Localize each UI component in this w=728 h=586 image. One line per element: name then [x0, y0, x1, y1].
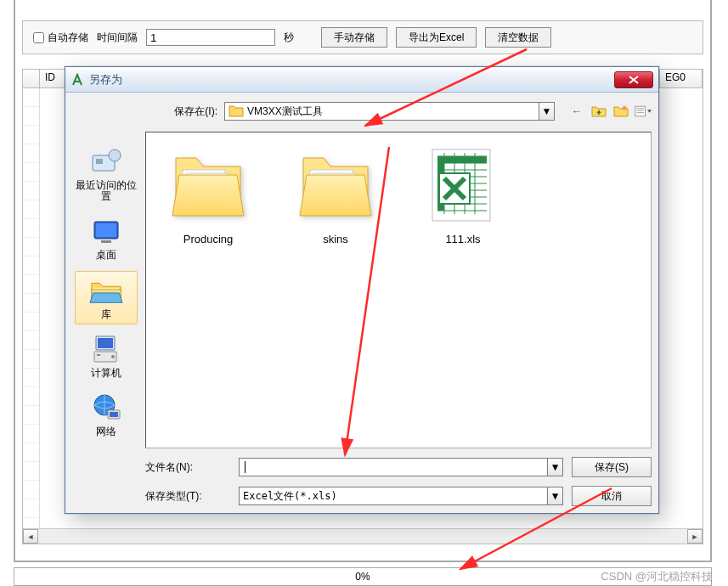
- auto-save-checkbox[interactable]: [33, 32, 44, 43]
- auto-save-label: 自动存储: [48, 31, 88, 45]
- location-dropdown-button[interactable]: ▼: [539, 103, 554, 120]
- filetype-select[interactable]: Excel文件(*.xls) ▼: [239, 487, 563, 505]
- sidebar-item-desktop[interactable]: 桌面: [75, 211, 138, 265]
- watermark: CSDN @河北稳控科技: [601, 569, 713, 584]
- sidebar-item-label: 库: [101, 309, 111, 320]
- progress-text: 0%: [355, 571, 370, 583]
- grid-row-headers: [23, 88, 40, 528]
- folder-up-icon[interactable]: [590, 103, 607, 120]
- scroll-track[interactable]: [38, 529, 687, 544]
- filetype-text: Excel文件(*.xls): [243, 489, 337, 504]
- new-folder-icon[interactable]: [612, 103, 629, 120]
- sidebar-item-network[interactable]: 网络: [75, 388, 138, 442]
- excel-file-icon: [422, 144, 504, 226]
- view-menu-icon[interactable]: [635, 103, 652, 120]
- dialog-body: 最近访问的位置 桌面 库 计算机: [65, 93, 658, 513]
- svg-rect-17: [635, 106, 646, 116]
- save-in-row: 保存在(I): VM3XX测试工具 ▼ ←: [145, 99, 652, 123]
- svg-rect-4: [96, 223, 116, 237]
- filetype-dropdown-button[interactable]: ▼: [547, 487, 562, 504]
- clear-data-button[interactable]: 清空数据: [485, 27, 551, 48]
- location-select[interactable]: VM3XX测试工具 ▼: [224, 102, 555, 121]
- close-button[interactable]: [614, 71, 653, 88]
- sidebar-item-recent[interactable]: 最近访问的位置: [75, 142, 138, 206]
- text-cursor: [245, 461, 245, 473]
- interval-unit: 秒: [284, 31, 294, 45]
- close-icon: [629, 76, 639, 84]
- filename-input[interactable]: ▼: [239, 458, 563, 476]
- manual-save-button[interactable]: 手动存储: [321, 27, 387, 48]
- file-item-label: skins: [323, 233, 348, 245]
- dialog-app-icon: [71, 73, 84, 87]
- folder-large-icon: [295, 144, 376, 226]
- sidebar-item-library[interactable]: 库: [75, 271, 138, 324]
- svg-rect-15: [110, 412, 118, 417]
- save-in-label: 保存在(I):: [145, 104, 217, 119]
- chevron-down-icon: ▼: [552, 461, 558, 473]
- file-item-folder[interactable]: skins: [289, 144, 382, 245]
- nav-icons: ←: [568, 103, 652, 120]
- filename-dropdown-button[interactable]: ▼: [547, 459, 562, 476]
- dialog-titlebar[interactable]: 另存为: [65, 67, 658, 93]
- scroll-right-icon[interactable]: ►: [687, 529, 703, 544]
- sidebar-item-label: 桌面: [96, 250, 116, 261]
- file-item-excel[interactable]: 111.xls: [416, 144, 510, 245]
- cancel-button[interactable]: 取消: [572, 486, 652, 506]
- grid-horizontal-scrollbar[interactable]: ◄ ►: [23, 528, 703, 544]
- svg-rect-9: [98, 338, 113, 348]
- nav-back-icon[interactable]: ←: [568, 103, 585, 120]
- computer-icon: [88, 334, 124, 366]
- filename-label: 文件名(N):: [145, 460, 230, 475]
- save-as-dialog: 另存为 最近访问的位置 桌面 库: [65, 66, 659, 514]
- sidebar-item-label: 最近访问的位置: [76, 180, 137, 202]
- file-item-label: 111.xls: [445, 233, 480, 245]
- places-sidebar: 最近访问的位置 桌面 库 计算机: [72, 99, 140, 506]
- svg-rect-5: [101, 240, 111, 243]
- dialog-title: 另存为: [89, 72, 614, 87]
- interval-label: 时间间隔: [97, 31, 138, 45]
- file-list-area[interactable]: Producing skins 111.xls: [145, 132, 652, 448]
- desktop-icon: [88, 216, 124, 248]
- filetype-row: 保存类型(T): Excel文件(*.xls) ▼ 取消: [145, 486, 652, 506]
- svg-point-12: [111, 355, 115, 358]
- bottom-fields: 文件名(N): ▼ 保存(S) 保存类型(T): Excel文件(*.xls) …: [145, 448, 652, 506]
- sidebar-item-label: 计算机: [91, 368, 121, 379]
- save-button[interactable]: 保存(S): [572, 457, 652, 477]
- export-excel-button[interactable]: 导出为Excel: [396, 27, 477, 48]
- filename-row: 文件名(N): ▼ 保存(S): [145, 457, 652, 477]
- scroll-left-icon[interactable]: ◄: [23, 529, 38, 544]
- folder-icon: [229, 104, 244, 118]
- network-icon: [88, 392, 124, 425]
- recent-places-icon: [88, 146, 124, 178]
- interval-input[interactable]: [146, 29, 275, 46]
- location-text: VM3XX测试工具: [247, 104, 323, 119]
- top-toolbar: 自动存储 时间间隔 秒 手动存储 导出为Excel 清空数据: [22, 20, 703, 54]
- folder-large-icon: [167, 144, 249, 226]
- auto-save-checkbox-wrap[interactable]: 自动存储: [33, 31, 88, 45]
- svg-point-1: [109, 149, 121, 161]
- svg-rect-2: [96, 159, 103, 164]
- dialog-main: 保存在(I): VM3XX测试工具 ▼ ←: [145, 99, 652, 506]
- file-item-folder[interactable]: Producing: [161, 144, 255, 245]
- chevron-down-icon: ▼: [552, 490, 558, 502]
- file-item-label: Producing: [183, 233, 234, 245]
- grid-header-blank: [23, 70, 40, 87]
- filetype-label: 保存类型(T):: [145, 489, 230, 504]
- svg-rect-11: [97, 354, 100, 356]
- grid-header-right[interactable]: EG0: [660, 70, 703, 87]
- sidebar-item-computer[interactable]: 计算机: [75, 330, 138, 383]
- library-icon: [88, 275, 124, 307]
- svg-rect-43: [437, 156, 487, 163]
- sidebar-item-label: 网络: [96, 426, 116, 437]
- chevron-down-icon: ▼: [542, 105, 552, 117]
